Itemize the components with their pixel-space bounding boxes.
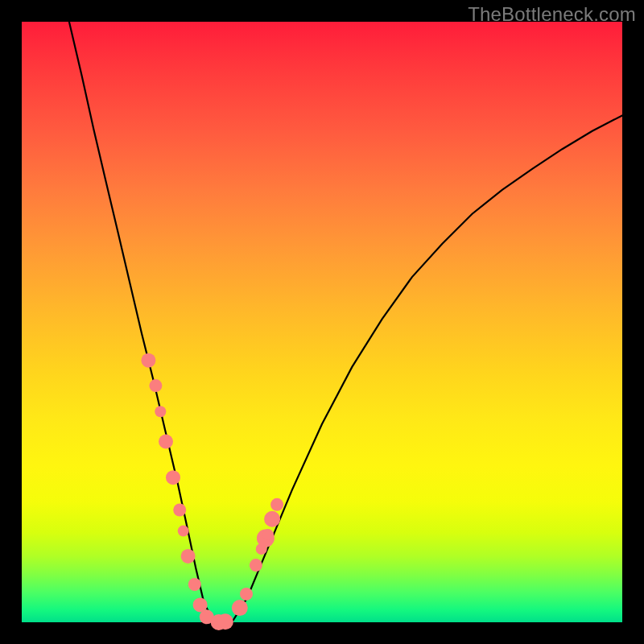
highlight-dot: [270, 498, 283, 511]
app-frame: TheBottleneck.com: [0, 0, 644, 644]
highlight-dot: [232, 600, 248, 616]
bottleneck-curve: [69, 22, 622, 622]
highlight-dot: [240, 588, 253, 601]
highlight-dot: [188, 578, 201, 591]
highlight-dot: [178, 526, 189, 537]
highlight-dots-group: [141, 353, 283, 630]
highlight-dot: [264, 511, 280, 527]
watermark-label: TheBottleneck.com: [468, 3, 636, 26]
highlight-dot: [262, 529, 274, 540]
chart-svg: [22, 22, 622, 622]
highlight-dot: [217, 613, 233, 630]
highlight-dot: [141, 353, 155, 368]
highlight-dot: [250, 559, 262, 572]
highlight-dot: [166, 470, 180, 485]
highlight-dot: [155, 406, 166, 417]
highlight-dot: [149, 379, 162, 392]
plot-area: [22, 22, 622, 622]
highlight-dot: [159, 435, 173, 449]
highlight-dot: [173, 504, 186, 517]
highlight-dot: [181, 549, 196, 564]
